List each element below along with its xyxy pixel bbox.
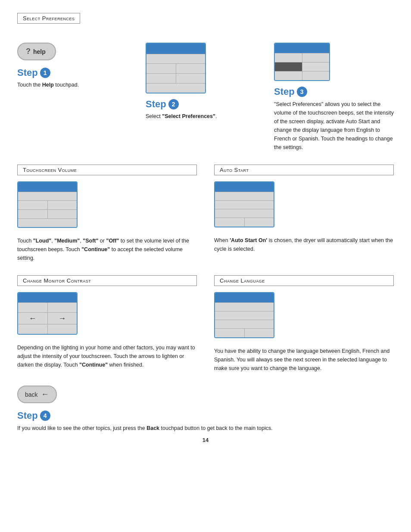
step3-col: Step 3 "Select Preferences" allows you t…	[274, 43, 394, 152]
auto-start-title: Auto Start	[220, 167, 249, 173]
touchscreen-volume-text: Touch "Loud", "Medium", "Soft" or "Off" …	[17, 236, 197, 262]
step4-label: Step 4	[17, 410, 394, 421]
auto-start-title-box: Auto Start	[214, 165, 394, 175]
change-monitor-contrast-section: Change Monitor Contrast ← → Depen	[17, 275, 197, 373]
contrast-screen: ← →	[17, 292, 78, 335]
page-header: Select Preferences	[17, 13, 394, 30]
step3-number: 3	[297, 87, 307, 97]
step2-col: Step 2 Select "Select Preferences".	[146, 43, 265, 121]
step1-description: Touch the Help touchpad.	[17, 81, 79, 89]
auto-start-screen	[214, 181, 274, 227]
back-button[interactable]: back ←	[17, 386, 57, 403]
step2-number: 2	[168, 99, 179, 109]
auto-start-text: When 'Auto Start On' is chosen, the drye…	[214, 236, 394, 253]
touchscreen-volume-title-box: Touchscreen Volume	[17, 165, 197, 175]
touchscreen-volume-section: Touchscreen Volume Touch "Loud", "Medium…	[17, 165, 197, 262]
step2-description: Select "Select Preferences".	[146, 112, 217, 121]
steps-row: ? help Step 1 Touch the Help touchpad.	[17, 43, 394, 152]
step2-screen	[146, 43, 206, 93]
touchscreen-volume-title: Touchscreen Volume	[23, 167, 77, 173]
step3-label: Step 3	[274, 86, 307, 97]
change-language-screen	[214, 292, 274, 338]
content-grid: Touchscreen Volume Touch "Loud", "Medium…	[17, 165, 394, 373]
change-monitor-contrast-title-box: Change Monitor Contrast	[17, 275, 197, 286]
back-arrow-icon: ←	[41, 390, 49, 399]
step1-number: 1	[40, 68, 50, 78]
auto-start-section: Auto Start When 'Auto Start On' is chose…	[214, 165, 394, 262]
left-arrow-icon: ←	[29, 314, 37, 323]
step3-screen	[274, 43, 330, 81]
change-language-title: Change Language	[220, 277, 265, 284]
right-arrow-icon: →	[58, 314, 66, 323]
step1-label: Step 1	[17, 67, 50, 78]
step4-area: back ← Step 4 If you would like to see t…	[17, 377, 394, 432]
step4-description: If you would like to see the other topic…	[17, 424, 394, 432]
section-title: Select Preferences	[23, 15, 75, 22]
back-label: back	[25, 391, 38, 398]
step3-description: "Select Preferences" allows you to selec…	[274, 100, 394, 152]
section-title-box: Select Preferences	[17, 13, 80, 24]
help-button[interactable]: ? help	[17, 43, 56, 60]
page-number: 14	[17, 437, 394, 443]
change-language-title-box: Change Language	[214, 275, 394, 286]
help-question-icon: ?	[26, 47, 31, 56]
change-language-text: You have the ability to change the langu…	[214, 347, 394, 373]
step2-label: Step 2	[146, 99, 179, 110]
change-monitor-contrast-text: Depending on the lighting in your home a…	[17, 343, 197, 369]
touchscreen-volume-screen	[17, 181, 78, 228]
step4-number: 4	[40, 411, 50, 421]
change-monitor-contrast-title: Change Monitor Contrast	[23, 277, 91, 284]
help-label: help	[33, 48, 46, 55]
step1-col: ? help Step 1 Touch the Help touchpad.	[17, 43, 137, 89]
change-language-section: Change Language You have the ability to …	[214, 275, 394, 373]
